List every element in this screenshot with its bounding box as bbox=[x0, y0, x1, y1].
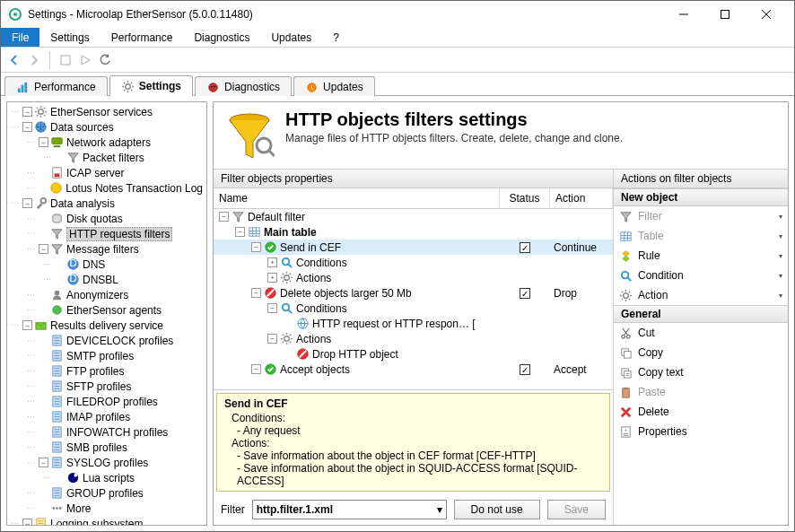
refresh-button[interactable] bbox=[97, 52, 113, 68]
expander-icon[interactable]: − bbox=[235, 227, 245, 237]
tree-item[interactable]: ⋯SFTP profiles bbox=[7, 379, 206, 394]
menu-?[interactable]: ? bbox=[322, 28, 350, 47]
tree-item[interactable]: ⋯IMAP profiles bbox=[7, 409, 206, 424]
menu-diagnostics[interactable]: Diagnostics bbox=[183, 28, 260, 47]
prop-icon bbox=[619, 425, 633, 439]
expander-icon[interactable]: − bbox=[267, 303, 277, 313]
grid-row[interactable]: Drop HTTP object bbox=[214, 346, 613, 362]
tree-item[interactable]: ⋯−Logging subsystem bbox=[7, 516, 206, 526]
status-checkbox[interactable]: ✓ bbox=[520, 364, 530, 375]
expander-icon[interactable]: − bbox=[251, 242, 261, 252]
expander-icon[interactable]: − bbox=[219, 212, 229, 222]
act-icon bbox=[280, 332, 293, 345]
expander-icon[interactable]: − bbox=[22, 519, 32, 526]
col-status[interactable]: Status bbox=[500, 188, 550, 208]
col-action[interactable]: Action bbox=[550, 188, 613, 208]
tree-item[interactable]: ⋯FTP profiles bbox=[7, 363, 206, 379]
expander-icon[interactable]: − bbox=[22, 122, 32, 132]
tree-item[interactable]: ⋯−Data analysis bbox=[7, 196, 206, 211]
expander-icon[interactable]: − bbox=[22, 320, 32, 330]
svg-rect-46 bbox=[37, 519, 45, 526]
close-button[interactable] bbox=[746, 1, 787, 28]
expander-icon[interactable]: − bbox=[22, 107, 32, 117]
grid-row[interactable]: −Actions bbox=[214, 331, 613, 346]
icap-icon bbox=[50, 166, 64, 179]
expander-icon[interactable]: − bbox=[39, 137, 48, 147]
forward-button[interactable] bbox=[26, 52, 42, 68]
tree-item[interactable]: ⋯EtherSensor agents bbox=[7, 302, 206, 318]
tree-item[interactable]: ⋯ICAP server bbox=[7, 165, 206, 180]
stop-button[interactable] bbox=[57, 52, 74, 68]
sidebar-tree[interactable]: ⋯−EtherSensor services⋯−Data sources⋯−Ne… bbox=[6, 101, 207, 526]
menu-settings[interactable]: Settings bbox=[39, 28, 100, 47]
status-checkbox[interactable]: ✓ bbox=[520, 242, 530, 253]
tree-item[interactable]: ⋯GROUP profiles bbox=[7, 485, 206, 501]
tree-item[interactable]: ⋯−SYSLOG profiles bbox=[7, 455, 206, 470]
save-button[interactable]: Save bbox=[547, 500, 606, 519]
back-button[interactable] bbox=[6, 52, 22, 68]
action-cut[interactable]: Cut bbox=[614, 323, 788, 343]
expander-icon[interactable]: − bbox=[267, 334, 277, 344]
menu-performance[interactable]: Performance bbox=[100, 28, 184, 47]
grid-row[interactable]: +Actions bbox=[214, 270, 613, 285]
action-rule[interactable]: Rule▾ bbox=[614, 246, 788, 266]
expander-icon[interactable]: − bbox=[22, 198, 32, 208]
tree-item[interactable]: ⋯−Results delivery service bbox=[7, 318, 206, 333]
tree-item[interactable]: ⋯Packet filters bbox=[7, 150, 206, 165]
tree-item[interactable]: ⋯DEVICELOCK profiles bbox=[7, 333, 206, 348]
tab-diagnostics[interactable]: Diagnostics bbox=[195, 76, 292, 96]
tab-settings[interactable]: Settings bbox=[109, 75, 193, 96]
actions-pane: Actions on filter objects New object Fil… bbox=[614, 170, 788, 525]
menu-file[interactable]: File bbox=[1, 28, 39, 47]
tree-item[interactable]: ⋯HTTP requests filters bbox=[7, 226, 206, 241]
expander-icon[interactable]: − bbox=[39, 244, 48, 254]
grid-row[interactable]: −Main table bbox=[214, 224, 613, 240]
expander-icon[interactable]: − bbox=[39, 458, 48, 467]
tree-item[interactable]: ⋯−Data sources bbox=[7, 119, 206, 135]
filter-combo[interactable]: http.filter.1.xml ▾ bbox=[252, 500, 447, 519]
grid-row[interactable]: −Send in CEF✓Continue bbox=[214, 240, 613, 255]
svg-point-43 bbox=[52, 507, 55, 510]
expander-icon[interactable]: − bbox=[251, 364, 261, 374]
tree-item[interactable]: ⋯DDNS bbox=[7, 257, 206, 272]
action-copy-text[interactable]: Copy text bbox=[614, 362, 788, 382]
tree-item[interactable]: ⋯SMTP profiles bbox=[7, 348, 206, 363]
action-condition[interactable]: Condition▾ bbox=[614, 266, 788, 285]
tab-performance[interactable]: Performance bbox=[4, 76, 108, 96]
col-name[interactable]: Name bbox=[214, 188, 500, 208]
tree-item[interactable]: ⋯−Message filters bbox=[7, 241, 206, 257]
tools-icon bbox=[34, 196, 48, 210]
tree-item[interactable]: ⋯SMB profiles bbox=[7, 440, 206, 455]
tab-updates[interactable]: Updates bbox=[293, 76, 375, 96]
grid-row[interactable]: −Conditions bbox=[214, 301, 613, 316]
tree-item[interactable]: ⋯DDNSBL bbox=[7, 272, 206, 287]
play-button[interactable] bbox=[77, 52, 93, 68]
menu-updates[interactable]: Updates bbox=[260, 28, 322, 47]
grid-body[interactable]: −Default filter−Main table−Send in CEF✓C… bbox=[214, 209, 613, 390]
status-checkbox[interactable]: ✓ bbox=[520, 288, 530, 299]
tree-item[interactable]: ⋯Anonymizers bbox=[7, 287, 206, 302]
tree-item[interactable]: ⋯Lua scripts bbox=[7, 470, 206, 485]
grid-row[interactable]: −Delete objects larger 50 Mb✓Drop bbox=[214, 285, 613, 301]
tree-item[interactable]: ⋯−Network adapters bbox=[7, 135, 206, 150]
action-properties[interactable]: Properties bbox=[614, 422, 788, 441]
action-action[interactable]: Action▾ bbox=[614, 285, 788, 305]
tree-item[interactable]: ⋯−EtherSensor services bbox=[7, 104, 206, 119]
action-delete[interactable]: Delete bbox=[614, 402, 788, 422]
tree-item[interactable]: ⋯Lotus Notes Transaction Log bbox=[7, 180, 206, 196]
tree-item[interactable]: ⋯FILEDROP profiles bbox=[7, 394, 206, 409]
grid-row[interactable]: −Default filter bbox=[214, 209, 613, 224]
grid-row[interactable]: +Conditions bbox=[214, 255, 613, 270]
tree-item[interactable]: ⋯Disk quotas bbox=[7, 211, 206, 226]
expander-icon[interactable]: + bbox=[267, 257, 277, 267]
expander-icon[interactable]: − bbox=[251, 288, 261, 298]
minimize-button[interactable] bbox=[663, 1, 704, 28]
tree-item[interactable]: ⋯More bbox=[7, 501, 206, 516]
expander-icon[interactable]: + bbox=[267, 273, 277, 283]
action-copy[interactable]: Copy bbox=[614, 343, 788, 362]
grid-row[interactable]: HTTP request or HTTP respon… [ bbox=[214, 316, 613, 331]
tree-item[interactable]: ⋯INFOWATCH profiles bbox=[7, 424, 206, 440]
grid-row[interactable]: −Accept objects✓Accept bbox=[214, 362, 613, 377]
do-not-use-button[interactable]: Do not use bbox=[454, 500, 540, 519]
maximize-button[interactable] bbox=[704, 1, 746, 28]
